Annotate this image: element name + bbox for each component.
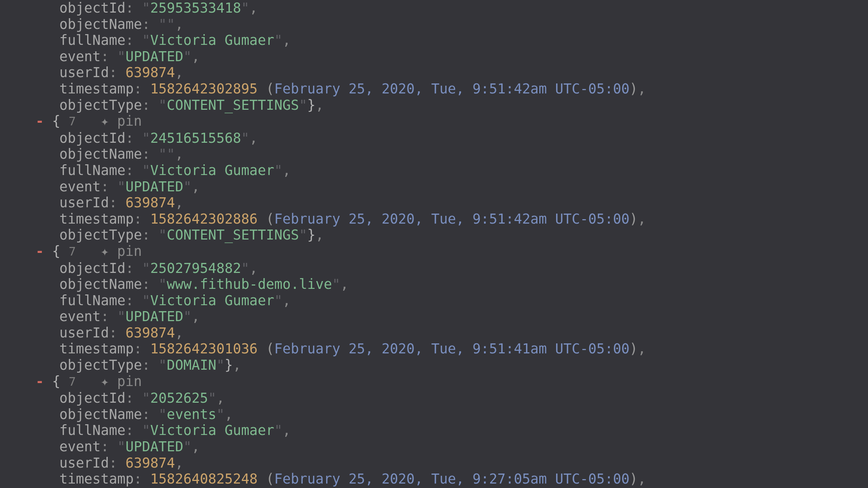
colon: : xyxy=(125,390,134,406)
json-property: objectType: "CONTENT_SETTINGS"}, xyxy=(0,227,868,243)
close-brace: } xyxy=(225,357,233,373)
json-string-value: UPDATED xyxy=(125,309,183,324)
json-string-value: 25953533418 xyxy=(150,0,241,16)
json-key: objectId xyxy=(59,130,125,146)
close-quote: " xyxy=(167,16,175,32)
open-quote: " xyxy=(117,439,125,455)
open-quote: " xyxy=(142,32,150,48)
open-quote: " xyxy=(158,227,167,243)
json-key: objectId xyxy=(59,0,125,16)
open-quote: " xyxy=(158,406,167,422)
json-string-value: UPDATED xyxy=(125,439,183,455)
pin-button[interactable]: ✦ pin xyxy=(101,243,142,259)
json-number-value: 1582642302886 xyxy=(150,211,258,227)
json-key: timestamp xyxy=(59,211,134,227)
open-quote: " xyxy=(158,146,167,162)
pin-button[interactable]: ✦ pin xyxy=(101,373,142,389)
json-key: userId xyxy=(59,195,109,211)
open-quote: " xyxy=(158,97,167,113)
comma: , xyxy=(191,179,200,195)
json-property: objectId: "24516515568", xyxy=(0,130,868,146)
comma: , xyxy=(638,211,646,227)
json-string-value: 24516515568 xyxy=(150,130,241,146)
comma: , xyxy=(225,406,233,422)
open-paren: ( xyxy=(266,471,274,487)
property-count: 7 xyxy=(69,244,76,258)
colon: : xyxy=(134,211,142,227)
json-property: event: "UPDATED", xyxy=(0,49,868,65)
colon: : xyxy=(109,455,117,471)
property-count: 7 xyxy=(69,114,76,128)
json-key: event xyxy=(59,49,101,65)
colon: : xyxy=(125,293,134,309)
json-key: event xyxy=(59,179,101,195)
close-paren: ) xyxy=(629,81,638,97)
close-quote: " xyxy=(274,293,282,309)
close-quote: " xyxy=(299,227,307,243)
collapse-toggle-icon[interactable]: - xyxy=(36,243,44,259)
close-quote: " xyxy=(183,179,191,195)
close-brace: } xyxy=(307,227,315,243)
colon: : xyxy=(142,97,150,113)
close-quote: " xyxy=(241,260,249,276)
json-string-value: CONTENT_SETTINGS xyxy=(167,227,299,243)
json-key: userId xyxy=(59,455,109,471)
comma: , xyxy=(316,97,324,113)
collapse-toggle-icon[interactable]: - xyxy=(36,113,44,129)
close-paren: ) xyxy=(629,471,638,487)
comma: , xyxy=(216,390,224,406)
json-number-value: 639874 xyxy=(125,325,175,341)
open-brace: { xyxy=(52,243,60,259)
json-property: objectName: "", xyxy=(0,146,868,162)
json-key: event xyxy=(59,309,101,324)
json-key: userId xyxy=(59,325,109,341)
json-property: fullName: "Victoria Gumaer", xyxy=(0,293,868,309)
open-quote: " xyxy=(158,357,167,373)
object-open-row: - { 7 ✦ pin xyxy=(0,373,868,390)
open-quote: " xyxy=(117,179,125,195)
pin-label: pin xyxy=(117,113,142,129)
json-number-value: 1582642302895 xyxy=(150,81,258,97)
json-key: fullName xyxy=(59,162,125,178)
json-property: event: "UPDATED", xyxy=(0,309,868,325)
json-property: objectName: "www.fithub-demo.live", xyxy=(0,276,868,293)
pin-icon: ✦ xyxy=(101,373,109,389)
open-quote: " xyxy=(142,293,150,309)
json-property: objectType: "CONTENT_SETTINGS"}, xyxy=(0,97,868,113)
json-string-value: Victoria Gumaer xyxy=(150,162,274,178)
json-string-value: Victoria Gumaer xyxy=(150,293,274,309)
json-key: fullName xyxy=(59,32,125,48)
pin-button[interactable]: ✦ pin xyxy=(101,113,142,129)
colon: : xyxy=(142,227,150,243)
json-key: fullName xyxy=(59,293,125,309)
comma: , xyxy=(191,439,200,455)
timestamp-human: February 25, 2020, Tue, 9:51:41am UTC-05… xyxy=(274,341,629,357)
comma: , xyxy=(175,65,183,80)
json-key: objectName xyxy=(59,276,142,292)
json-string-value: Victoria Gumaer xyxy=(150,32,274,48)
colon: : xyxy=(101,309,109,324)
json-string-value: DOMAIN xyxy=(167,357,217,373)
open-quote: " xyxy=(158,16,167,32)
pin-label: pin xyxy=(117,373,142,389)
timestamp-human: February 25, 2020, Tue, 9:51:42am UTC-05… xyxy=(274,211,629,227)
colon: : xyxy=(125,260,134,276)
close-brace: } xyxy=(307,97,315,113)
close-paren: ) xyxy=(629,211,638,227)
json-property: timestamp: 1582640825248 (February 25, 2… xyxy=(0,471,868,487)
colon: : xyxy=(142,16,150,32)
colon: : xyxy=(134,471,142,487)
pin-label: pin xyxy=(117,243,142,259)
json-key: timestamp xyxy=(59,81,134,97)
open-quote: " xyxy=(142,130,150,146)
comma: , xyxy=(282,422,290,438)
comma: , xyxy=(175,455,183,471)
close-quote: " xyxy=(241,0,249,16)
colon: : xyxy=(142,406,150,422)
close-quote: " xyxy=(274,32,282,48)
timestamp-human: February 25, 2020, Tue, 9:27:05am UTC-05… xyxy=(274,471,629,487)
close-quote: " xyxy=(299,97,307,113)
collapse-toggle-icon[interactable]: - xyxy=(36,373,44,389)
close-quote: " xyxy=(183,49,191,65)
json-property: objectId: "2052625", xyxy=(0,390,868,406)
